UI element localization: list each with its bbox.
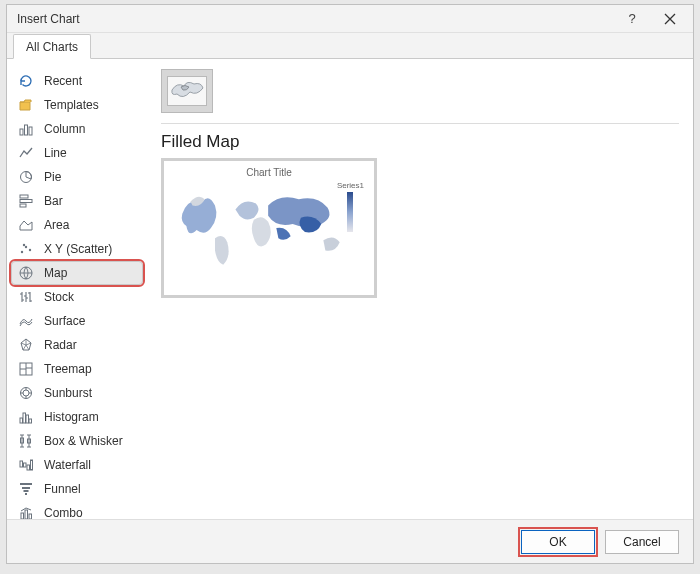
svg-rect-23 xyxy=(27,465,30,470)
dialog-title: Insert Chart xyxy=(17,12,613,26)
svg-rect-26 xyxy=(25,510,28,519)
subtype-filled-map[interactable] xyxy=(161,69,213,113)
insert-chart-dialog: Insert Chart ? All Charts RecentTemplate… xyxy=(6,4,694,564)
ok-button[interactable]: OK xyxy=(521,530,595,554)
svg-point-10 xyxy=(23,244,25,246)
sidebar-item-surface[interactable]: Surface xyxy=(11,309,143,333)
area-icon xyxy=(18,217,34,233)
sidebar-item-pie[interactable]: Pie xyxy=(11,165,143,189)
svg-point-8 xyxy=(25,246,27,248)
sidebar-item-label: Bar xyxy=(44,194,63,208)
sidebar-item-stock[interactable]: Stock xyxy=(11,285,143,309)
sidebar-item-sunburst[interactable]: Sunburst xyxy=(11,381,143,405)
sidebar-item-recent[interactable]: Recent xyxy=(11,69,143,93)
tab-all-charts[interactable]: All Charts xyxy=(13,34,91,59)
sidebar-item-treemap[interactable]: Treemap xyxy=(11,357,143,381)
sidebar-item-funnel[interactable]: Funnel xyxy=(11,477,143,501)
svg-rect-15 xyxy=(20,418,23,423)
sidebar-item-label: Templates xyxy=(44,98,99,112)
surface-icon xyxy=(18,313,34,329)
sidebar-item-label: Line xyxy=(44,146,67,160)
funnel-icon xyxy=(18,481,34,497)
sidebar-item-label: Sunburst xyxy=(44,386,92,400)
sidebar-item-waterfall[interactable]: Waterfall xyxy=(11,453,143,477)
tab-strip: All Charts xyxy=(7,33,693,59)
chart-category-list: RecentTemplatesColumnLinePieBarAreaX Y (… xyxy=(7,59,147,519)
map-icon xyxy=(18,265,34,281)
sidebar-item-label: Recent xyxy=(44,74,82,88)
help-button[interactable]: ? xyxy=(613,7,651,31)
cancel-button[interactable]: Cancel xyxy=(605,530,679,554)
scatter-icon xyxy=(18,241,34,257)
svg-point-14 xyxy=(23,390,29,396)
sidebar-item-templates[interactable]: Templates xyxy=(11,93,143,117)
sidebar-item-box-whisker[interactable]: Box & Whisker xyxy=(11,429,143,453)
svg-rect-18 xyxy=(29,419,32,423)
sidebar-item-label: Box & Whisker xyxy=(44,434,123,448)
title-bar: Insert Chart ? xyxy=(7,5,693,33)
svg-rect-24 xyxy=(31,460,33,470)
sidebar-item-label: Map xyxy=(44,266,67,280)
sidebar-item-label: Radar xyxy=(44,338,77,352)
stock-icon xyxy=(18,289,34,305)
sidebar-item-area[interactable]: Area xyxy=(11,213,143,237)
column-icon xyxy=(18,121,34,137)
sidebar-item-column[interactable]: Column xyxy=(11,117,143,141)
sidebar-item-histogram[interactable]: Histogram xyxy=(11,405,143,429)
svg-rect-6 xyxy=(20,204,26,207)
recent-icon xyxy=(18,73,34,89)
bar-icon xyxy=(18,193,34,209)
svg-rect-2 xyxy=(29,127,32,135)
histogram-icon xyxy=(18,409,34,425)
chart-preview-attribution: ​ xyxy=(172,285,366,291)
sidebar-item-label: Combo xyxy=(44,506,83,519)
close-button[interactable] xyxy=(651,7,689,31)
sidebar-item-label: Stock xyxy=(44,290,74,304)
box-whisker-icon xyxy=(18,433,34,449)
sidebar-item-label: Pie xyxy=(44,170,61,184)
templates-icon xyxy=(18,97,34,113)
pie-icon xyxy=(18,169,34,185)
radar-icon xyxy=(18,337,34,353)
sidebar-item-x-y-scatter-[interactable]: X Y (Scatter) xyxy=(11,237,143,261)
chart-main-pane: Filled Map Chart Title Series1 xyxy=(147,59,693,519)
sidebar-item-radar[interactable]: Radar xyxy=(11,333,143,357)
sidebar-item-label: X Y (Scatter) xyxy=(44,242,112,256)
sidebar-item-label: Area xyxy=(44,218,69,232)
sunburst-icon xyxy=(18,385,34,401)
sidebar-item-label: Treemap xyxy=(44,362,92,376)
sidebar-item-label: Funnel xyxy=(44,482,81,496)
sidebar-item-line[interactable]: Line xyxy=(11,141,143,165)
dialog-body: RecentTemplatesColumnLinePieBarAreaX Y (… xyxy=(7,59,693,519)
svg-rect-4 xyxy=(20,195,28,198)
svg-rect-16 xyxy=(23,413,26,423)
chart-preview-title: Chart Title xyxy=(172,167,366,178)
svg-rect-0 xyxy=(20,129,23,135)
svg-rect-5 xyxy=(20,200,32,203)
sidebar-item-label: Column xyxy=(44,122,85,136)
svg-rect-17 xyxy=(26,415,29,423)
svg-point-7 xyxy=(21,251,23,253)
sidebar-item-map[interactable]: Map xyxy=(11,261,143,285)
dialog-footer: OK Cancel xyxy=(7,519,693,563)
chart-subtype-row xyxy=(161,69,679,124)
sidebar-item-bar[interactable]: Bar xyxy=(11,189,143,213)
legend-scale-icon xyxy=(347,192,353,232)
sidebar-item-label: Waterfall xyxy=(44,458,91,472)
sidebar-item-combo[interactable]: Combo xyxy=(11,501,143,519)
combo-icon xyxy=(18,505,34,519)
chart-preview[interactable]: Chart Title Series1 xyxy=(161,158,377,298)
waterfall-icon xyxy=(18,457,34,473)
treemap-icon xyxy=(18,361,34,377)
line-icon xyxy=(18,145,34,161)
svg-rect-1 xyxy=(25,125,28,135)
chart-type-heading: Filled Map xyxy=(161,132,679,152)
svg-rect-21 xyxy=(20,461,23,467)
sidebar-item-label: Histogram xyxy=(44,410,99,424)
svg-rect-22 xyxy=(24,463,27,467)
sidebar-item-label: Surface xyxy=(44,314,85,328)
world-map-icon xyxy=(174,183,348,275)
svg-point-9 xyxy=(29,249,31,251)
